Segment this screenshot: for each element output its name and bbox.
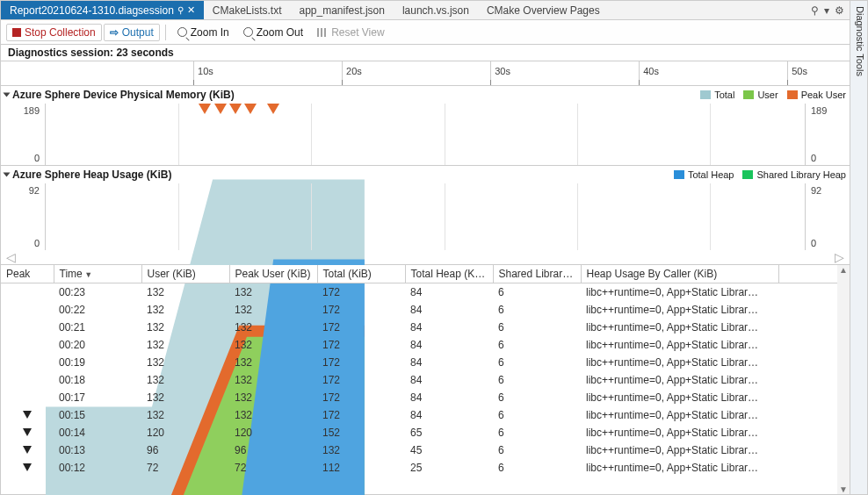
pin-icon[interactable]: ⚲ [177,5,184,15]
table-cell: 6 [493,406,581,424]
table-row[interactable]: 00:139696132456libc++runtime=0, App+Stat… [1,441,850,459]
table-row[interactable]: 00:15132132172846libc++runtime=0, App+St… [1,406,850,424]
tab-cmake-overview[interactable]: CMake Overview Pages [478,1,609,19]
tab-cmakelists[interactable]: CMakeLists.txt [204,1,291,19]
table-row[interactable]: 00:23132132172846libc++runtime=0, App+St… [1,283,850,302]
table-cell: 96 [141,441,229,459]
collapse-icon[interactable] [4,173,11,177]
table-row[interactable]: 00:19132132172846libc++runtime=0, App+St… [1,354,850,371]
table-cell: 172 [317,336,405,354]
event-marker-icon[interactable] [199,104,211,114]
pin-toggle-icon[interactable]: ⚲ [811,4,819,17]
zoom-in-icon [177,27,187,37]
table-cell: 120 [229,424,317,441]
gear-icon[interactable]: ⚙ [835,4,844,17]
table-cell: 84 [405,371,493,389]
table-cell: 00:20 [54,336,141,354]
ruler-tick: 50s [787,61,807,85]
peak-marker-icon [23,463,32,471]
reset-view-button[interactable]: Reset View [311,24,390,41]
tab-launch-vs-json[interactable]: launch.vs.json [394,1,478,19]
table-row[interactable]: 00:20132132172846libc++runtime=0, App+St… [1,336,850,354]
zoom-out-button[interactable]: Zoom Out [237,24,309,41]
table-cell: 00:14 [54,424,141,441]
nav-left-icon[interactable]: ◁ [6,250,16,264]
chart-plot-area[interactable] [45,183,806,250]
button-label: Reset View [331,26,384,39]
table-cell: 84 [405,389,493,406]
sidetab-label: Diagnostic Tools [855,6,865,76]
stop-collection-button[interactable]: Stop Collection [6,24,102,41]
table-row[interactable]: 00:21132132172846libc++runtime=0, App+St… [1,319,850,336]
table-row[interactable]: 00:14120120152656libc++runtime=0, App+St… [1,424,850,441]
column-header[interactable]: User (KiB) [141,265,229,283]
table-cell: 6 [493,389,581,406]
column-header[interactable]: Peak [1,265,54,283]
chart-header[interactable]: Azure Sphere Device Physical Memory (KiB… [1,86,850,104]
table-cell: libc++runtime=0, App+Static Librar… [581,319,779,336]
table-cell: 65 [405,424,493,441]
event-marker-icon[interactable] [267,104,279,114]
table-cell: 84 [405,406,493,424]
table-row[interactable]: 00:17132132172846libc++runtime=0, App+St… [1,389,850,406]
collapse-icon[interactable] [4,93,11,97]
stop-icon [12,28,21,37]
output-button[interactable]: ⇨ Output [104,24,160,41]
session-info: Diagnostics session: 23 seconds [1,45,850,61]
legend-swatch [700,90,711,99]
scroll-down-icon[interactable]: ▼ [839,484,848,494]
event-marker-icon[interactable] [229,104,242,114]
table-cell: 120 [141,424,229,441]
table-cell: 132 [229,336,317,354]
legend-item: Total [700,90,734,100]
column-header[interactable]: Total (KiB) [317,265,405,283]
tab-label: launch.vs.json [402,4,469,17]
table-cell: 84 [405,283,493,302]
event-marker-icon[interactable] [214,104,227,114]
table-cell: 132 [141,406,229,424]
table-cell: libc++runtime=0, App+Static Librar… [581,459,779,477]
table-row[interactable]: 00:22132132172846libc++runtime=0, App+St… [1,301,850,319]
table-cell: 6 [493,459,581,477]
legend-item: User [743,90,778,100]
table-cell: libc++runtime=0, App+Static Librar… [581,389,779,406]
timeline-ruler[interactable]: 10s20s30s40s50s [1,61,850,86]
table-cell: 132 [141,301,229,319]
legend-label: Peak User [801,90,846,100]
zoom-in-button[interactable]: Zoom In [171,24,235,41]
vertical-scrollbar[interactable]: ▲ ▼ [837,265,850,494]
ruler-tick: 10s [193,61,213,85]
event-markers [46,104,805,116]
nav-right-icon[interactable]: ▷ [835,250,844,264]
table-cell [1,441,54,459]
close-icon[interactable]: ✕ [187,4,195,16]
column-header[interactable]: Shared Library… [493,265,581,283]
table-cell: 172 [317,283,405,302]
dropdown-icon[interactable]: ▾ [824,4,829,17]
column-header[interactable]: Heap Usage By Caller (KiB) [581,265,779,283]
table-cell: libc++runtime=0, App+Static Librar… [581,441,779,459]
column-header[interactable]: Time ▼ [54,265,141,283]
y-min: 0 [811,238,816,248]
diagnostics-toolbar: Stop Collection ⇨ Output Zoom In Zoom Ou… [1,20,850,45]
samples-table-container: PeakTime ▼User (KiB)Peak User (KiB)Total… [1,265,850,494]
table-cell: 6 [493,354,581,371]
table-row[interactable]: 00:18132132172846libc++runtime=0, App+St… [1,371,850,389]
chart-plot-area[interactable] [45,104,806,165]
tab-label: app_manifest.json [300,4,385,17]
tab-active-diagsession[interactable]: Report20210624-1310.diagsession ⚲ ✕ [1,1,204,19]
table-cell: 132 [141,389,229,406]
table-cell: 00:12 [54,459,141,477]
scroll-up-icon[interactable]: ▲ [839,265,848,275]
tab-app-manifest[interactable]: app_manifest.json [291,1,394,19]
table-cell: 84 [405,319,493,336]
table-row[interactable]: 00:127272112256libc++runtime=0, App+Stat… [1,459,850,477]
separator [165,25,166,40]
event-marker-icon[interactable] [244,104,257,114]
table-cell: 6 [493,441,581,459]
table-cell: 172 [317,371,405,389]
table-cell: libc++runtime=0, App+Static Librar… [581,424,779,441]
column-header[interactable]: Peak User (KiB) [229,265,317,283]
column-header[interactable]: Total Heap (KiB) [405,265,493,283]
diagnostic-tools-sidetab[interactable]: Diagnostic Tools [850,1,867,494]
